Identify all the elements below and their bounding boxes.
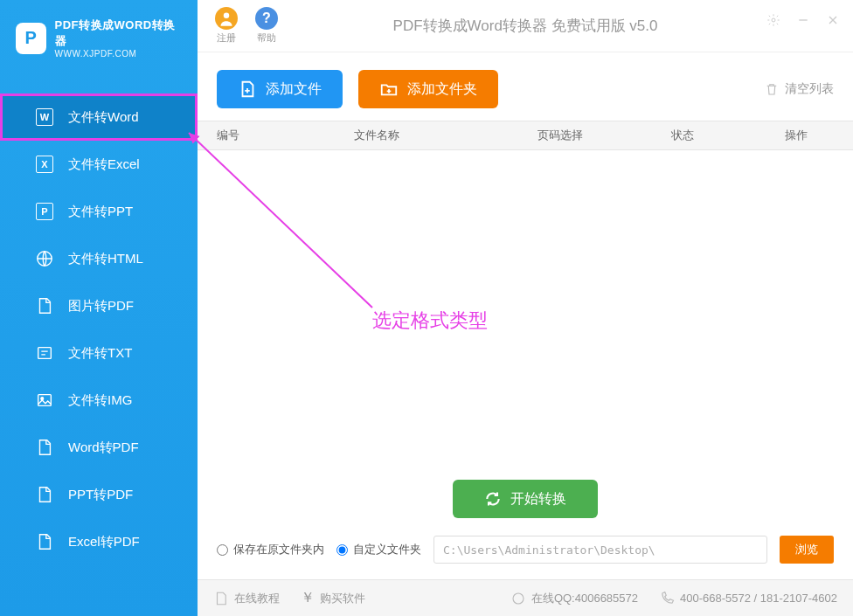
phone-contact[interactable]: 400-668-5572 / 181-2107-4602 (659, 591, 837, 606)
nav-item-ppt2pdf[interactable]: PPT转PDF (0, 471, 198, 518)
chat-icon (510, 591, 526, 606)
svg-point-4 (224, 13, 230, 19)
help-icon: ? (255, 7, 278, 30)
yen-icon: ￥ (301, 589, 315, 607)
main-area: 注册 ? 帮助 PDF转换成Word转换器 免费试用版 v5.0 添加文件 (198, 0, 853, 616)
purchase-label: 购买软件 (320, 591, 365, 606)
convert-bar: 开始转换 (198, 471, 853, 536)
nav-item-word[interactable]: W 文件转Word (0, 93, 198, 141)
convert-label: 开始转换 (510, 490, 566, 509)
file-icon (213, 591, 229, 606)
titlebar: 注册 ? 帮助 PDF转换成Word转换器 免费试用版 v5.0 (198, 0, 853, 52)
table-body: 选定格式类型 (198, 150, 853, 471)
browse-button[interactable]: 浏览 (780, 536, 834, 564)
phone-icon (659, 591, 675, 606)
convert-button[interactable]: 开始转换 (453, 480, 598, 518)
app-title: PDF转换成Word转换器 免费试用版 v5.0 (393, 16, 658, 36)
settings-button[interactable] (766, 13, 780, 27)
nav-label: 文件转PPT (68, 204, 133, 220)
phone-label: 400-668-5572 / 181-2107-4602 (680, 592, 837, 605)
th-num: 编号 (198, 128, 259, 143)
tutorial-link[interactable]: 在线教程 (213, 591, 280, 606)
register-button[interactable]: 注册 (215, 7, 238, 45)
nav-item-img[interactable]: 文件转IMG (0, 377, 198, 424)
qq-label: 在线QQ:4006685572 (531, 591, 638, 606)
clear-list-label: 清空列表 (785, 81, 834, 97)
pdf-icon (35, 532, 54, 551)
add-folder-label: 添加文件夹 (407, 80, 477, 99)
radio-same-label: 保存在原文件夹内 (233, 542, 324, 557)
logo-title: PDF转换成WORD转换器 (55, 17, 182, 49)
help-button[interactable]: ? 帮助 (255, 7, 278, 45)
toolbar: 添加文件 添加文件夹 清空列表 (198, 52, 853, 121)
nav-item-txt[interactable]: 文件转TXT (0, 329, 198, 377)
txt-icon (35, 343, 54, 363)
user-icon (215, 7, 238, 30)
folder-plus-icon (379, 80, 399, 99)
table-header: 编号 文件名称 页码选择 状态 操作 (198, 121, 853, 150)
pdf-icon (35, 438, 54, 457)
nav-label: 文件转Excel (68, 156, 140, 173)
sidebar: P PDF转换成WORD转换器 WWW.XJPDF.COM W 文件转Word … (0, 0, 198, 616)
ppt-icon: P (35, 202, 54, 221)
register-label: 注册 (217, 31, 236, 45)
window-controls (766, 13, 840, 27)
nav-item-excel[interactable]: X 文件转Excel (0, 141, 198, 188)
refresh-icon (484, 490, 502, 508)
nav-label: 文件转IMG (68, 392, 132, 409)
nav-label: 文件转HTML (68, 251, 143, 267)
nav-label: Excel转PDF (68, 534, 140, 550)
titlebar-left: 注册 ? 帮助 (215, 7, 278, 45)
th-status: 状态 (626, 128, 739, 143)
image-icon (35, 391, 54, 410)
nav-label: 文件转TXT (68, 345, 132, 362)
add-folder-button[interactable]: 添加文件夹 (358, 70, 498, 108)
nav-item-ppt[interactable]: P 文件转PPT (0, 188, 198, 235)
nav-label: 文件转Word (68, 109, 139, 126)
tutorial-label: 在线教程 (234, 591, 280, 606)
help-label: 帮助 (257, 31, 276, 45)
logo-text: PDF转换成WORD转换器 WWW.XJPDF.COM (55, 17, 182, 59)
svg-line-6 (189, 133, 372, 308)
minimize-button[interactable] (796, 13, 810, 27)
qq-contact[interactable]: 在线QQ:4006685572 (510, 591, 638, 606)
nav-label: Word转PDF (68, 440, 139, 456)
nav-item-html[interactable]: 文件转HTML (0, 235, 198, 282)
radio-custom-label: 自定义文件夹 (353, 542, 421, 557)
trash-icon (764, 81, 780, 97)
logo-icon: P (16, 23, 46, 54)
add-file-label: 添加文件 (266, 80, 322, 99)
purchase-link[interactable]: ￥ 购买软件 (301, 589, 365, 607)
clear-list-button[interactable]: 清空列表 (764, 81, 834, 97)
nav-list: W 文件转Word X 文件转Excel P 文件转PPT 文件转HTML 图片… (0, 76, 198, 616)
add-file-button[interactable]: 添加文件 (217, 70, 343, 108)
word-icon: W (35, 107, 54, 127)
excel-icon: X (35, 155, 54, 174)
nav-item-excel2pdf[interactable]: Excel转PDF (0, 518, 198, 565)
nav-label: 图片转PDF (68, 298, 134, 315)
radio-same-input[interactable] (217, 544, 228, 556)
th-name: 文件名称 (259, 128, 495, 143)
pdf-icon (35, 296, 54, 315)
svg-point-7 (513, 593, 524, 604)
pdf-icon (35, 485, 54, 504)
logo-area: P PDF转换成WORD转换器 WWW.XJPDF.COM (0, 0, 198, 76)
svg-rect-1 (38, 348, 52, 359)
save-bar: 保存在原文件夹内 自定义文件夹 浏览 (198, 536, 853, 579)
statusbar: 在线教程 ￥ 购买软件 在线QQ:4006685572 400-668-5572… (198, 579, 853, 616)
radio-custom-input[interactable] (336, 544, 348, 556)
path-input[interactable] (433, 536, 767, 564)
radio-custom-folder[interactable]: 自定义文件夹 (336, 542, 421, 557)
close-button[interactable] (826, 13, 840, 27)
svg-point-5 (772, 18, 775, 22)
th-page: 页码选择 (495, 128, 626, 143)
logo-subtitle: WWW.XJPDF.COM (55, 49, 182, 59)
nav-label: PPT转PDF (68, 487, 133, 503)
svg-rect-2 (38, 395, 52, 406)
nav-item-word2pdf[interactable]: Word转PDF (0, 424, 198, 471)
file-plus-icon (238, 80, 257, 99)
radio-same-folder[interactable]: 保存在原文件夹内 (217, 542, 324, 557)
annotation-text: 选定格式类型 (372, 308, 488, 334)
nav-item-img2pdf[interactable]: 图片转PDF (0, 282, 198, 329)
globe-icon (35, 249, 54, 268)
